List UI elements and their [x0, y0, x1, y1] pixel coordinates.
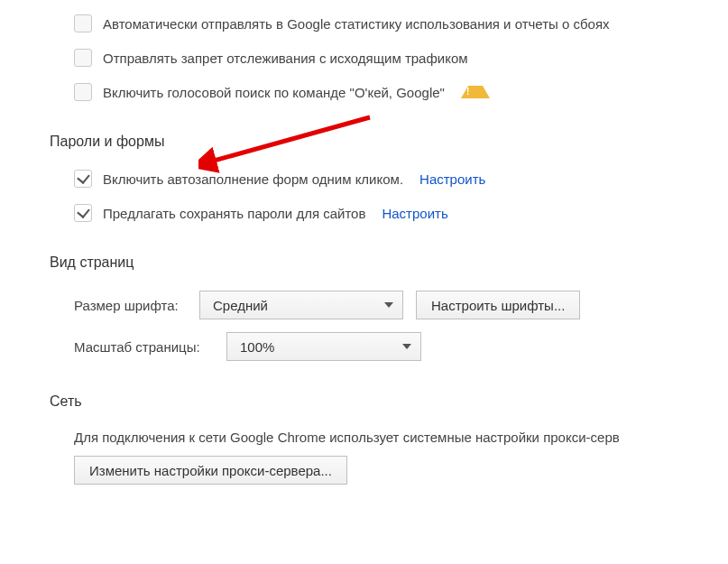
privacy-stats-row[interactable]: Автоматически отправлять в Google статис…	[74, 14, 728, 32]
chevron-down-icon	[402, 344, 411, 349]
change-proxy-label: Изменить настройки прокси-сервера...	[89, 463, 332, 478]
change-proxy-button[interactable]: Изменить настройки прокси-сервера...	[74, 456, 347, 485]
network-description: Для подключения к сети Google Chrome исп…	[74, 430, 728, 445]
checkbox-unchecked[interactable]	[74, 49, 92, 67]
font-size-value: Средний	[213, 298, 268, 313]
save-passwords-label: Предлагать сохранять пароли для сайтов	[103, 206, 365, 221]
privacy-dnt-row[interactable]: Отправлять запрет отслеживания с исходящ…	[74, 49, 728, 67]
section-passwords-heading: Пароли и формы	[50, 134, 728, 150]
privacy-stats-label: Автоматически отправлять в Google статис…	[103, 16, 610, 32]
checkbox-unchecked[interactable]	[74, 83, 92, 101]
checkbox-checked[interactable]	[74, 170, 92, 188]
section-appearance-heading: Вид страниц	[50, 254, 728, 271]
checkbox-checked[interactable]	[74, 204, 92, 222]
autofill-configure-link[interactable]: Настроить	[419, 171, 485, 187]
chevron-down-icon	[384, 302, 393, 308]
font-size-row: Размер шрифта: Средний Настроить шрифты.…	[74, 291, 728, 319]
font-size-label: Размер шрифта:	[74, 298, 187, 313]
save-passwords-row[interactable]: Предлагать сохранять пароли для сайтов Н…	[74, 204, 728, 222]
page-zoom-label: Масштаб страницы:	[74, 339, 214, 355]
privacy-voice-row[interactable]: Включить голосовой поиск по команде "О'к…	[74, 83, 728, 101]
section-network-heading: Сеть	[50, 393, 728, 410]
font-size-select[interactable]: Средний	[199, 291, 403, 319]
configure-fonts-label: Настроить шрифты...	[431, 298, 565, 313]
autofill-row[interactable]: Включить автозаполнение форм одним клико…	[74, 170, 728, 188]
page-zoom-row: Масштаб страницы: 100%	[74, 332, 728, 361]
autofill-label: Включить автозаполнение форм одним клико…	[103, 171, 403, 187]
page-zoom-select[interactable]: 100%	[226, 332, 421, 361]
checkbox-unchecked[interactable]	[74, 14, 92, 32]
privacy-dnt-label: Отправлять запрет отслеживания с исходящ…	[103, 51, 468, 66]
configure-fonts-button[interactable]: Настроить шрифты...	[416, 291, 580, 319]
warning-icon	[461, 86, 490, 98]
save-passwords-configure-link[interactable]: Настроить	[382, 206, 447, 221]
privacy-voice-label: Включить голосовой поиск по команде "О'к…	[103, 85, 445, 100]
page-zoom-value: 100%	[240, 339, 274, 355]
